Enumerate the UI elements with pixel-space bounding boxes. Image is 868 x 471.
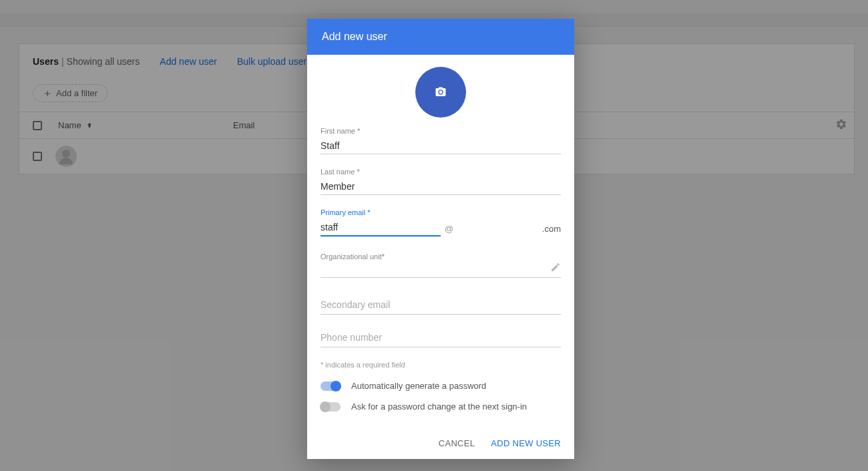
dialog-actions: CANCEL ADD NEW USER xyxy=(307,430,574,459)
ask-change-label: Ask for a password change at the next si… xyxy=(351,402,527,412)
last-name-label: Last name * xyxy=(320,168,561,176)
auto-password-toggle[interactable] xyxy=(320,381,341,391)
ask-change-toggle[interactable] xyxy=(320,402,341,412)
auto-password-row: Automatically generate a password xyxy=(320,381,561,391)
org-unit-field: Organizational unit* xyxy=(320,253,561,278)
avatar-upload-button[interactable] xyxy=(415,67,466,118)
primary-email-field: Primary email * @ .com xyxy=(320,208,561,237)
camera-icon xyxy=(434,86,447,98)
last-name-field: Last name * xyxy=(320,168,561,195)
ask-change-row: Ask for a password change at the next si… xyxy=(320,402,561,412)
org-unit-edit-button[interactable] xyxy=(550,262,561,275)
first-name-label: First name * xyxy=(320,127,561,135)
phone-field xyxy=(320,328,561,347)
cancel-button[interactable]: CANCEL xyxy=(439,438,475,448)
org-unit-label: Organizational unit* xyxy=(320,253,561,261)
first-name-input[interactable] xyxy=(320,138,561,154)
first-name-field: First name * xyxy=(320,127,561,154)
last-name-input[interactable] xyxy=(320,178,561,195)
auto-password-label: Automatically generate a password xyxy=(351,381,486,391)
add-new-user-button[interactable]: ADD NEW USER xyxy=(491,438,561,448)
email-at-symbol: @ xyxy=(445,224,453,237)
pencil-icon xyxy=(550,262,561,273)
required-hint: * indicates a required field xyxy=(320,361,561,369)
primary-email-input[interactable] xyxy=(320,219,441,237)
secondary-email-input[interactable] xyxy=(320,295,561,315)
email-domain: .com xyxy=(542,224,561,237)
phone-input[interactable] xyxy=(320,328,561,347)
add-user-dialog: Add new user First name * Last name * Pr… xyxy=(307,19,574,459)
dialog-title: Add new user xyxy=(307,19,574,55)
secondary-email-field xyxy=(320,295,561,315)
primary-email-label: Primary email * xyxy=(320,208,561,216)
org-unit-input[interactable] xyxy=(320,263,561,278)
